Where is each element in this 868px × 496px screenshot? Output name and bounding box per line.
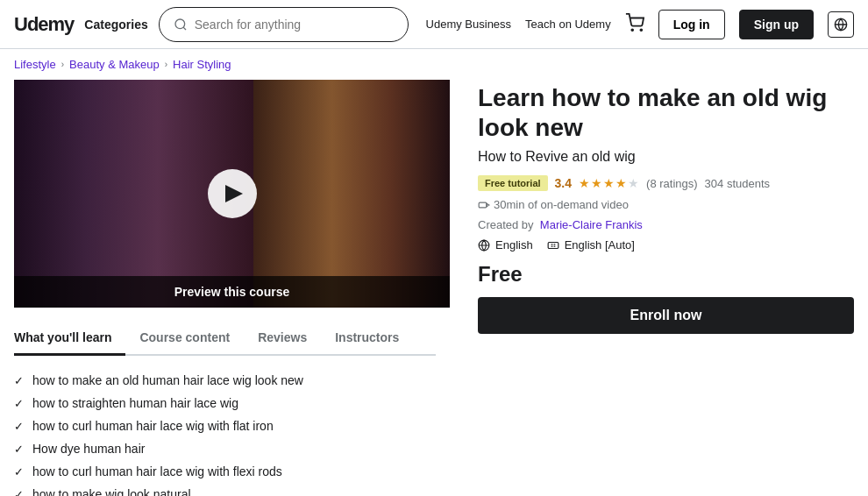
tabs: What you'll learn Course content Reviews… — [14, 322, 436, 356]
students-count: 304 students — [705, 177, 770, 190]
rating-number: 3.4 — [555, 176, 572, 190]
video-icon — [478, 199, 490, 211]
signup-button[interactable]: Sign up — [739, 10, 814, 39]
search-bar — [159, 7, 409, 42]
learn-list: ✓ how to make an old human hair lace wig… — [14, 356, 436, 496]
duration-text: 30min of on-demand video — [494, 198, 629, 211]
learn-item-text-6: how to make wig look natural — [32, 487, 191, 496]
breadcrumb-beauty-makeup[interactable]: Beauty & Makeup — [69, 58, 160, 71]
cc-language-item: English [Auto] — [547, 238, 635, 252]
udemy-logo[interactable]: Udemy — [14, 13, 74, 36]
free-tutorial-badge: Free tutorial — [478, 175, 548, 191]
login-button[interactable]: Log in — [658, 10, 725, 39]
created-by: Created by Marie-Claire Frankis — [478, 218, 854, 231]
language-item: English — [478, 238, 533, 252]
tab-course-content[interactable]: Course content — [125, 322, 244, 356]
course-video[interactable]: Preview this course — [14, 80, 450, 308]
breadcrumb: Lifestyle › Beauty & Makeup › Hair Styli… — [0, 49, 868, 80]
breadcrumb-sep-1: › — [61, 60, 64, 69]
language-text: English — [495, 238, 533, 252]
svg-rect-5 — [479, 202, 487, 208]
list-item: ✓ how to curl human hair lace wig with f… — [14, 419, 436, 433]
svg-point-2 — [631, 29, 633, 31]
language-button[interactable] — [828, 11, 854, 38]
tab-what-youll-learn[interactable]: What you'll learn — [14, 322, 125, 356]
list-item: ✓ how to straighten human hair lace wig — [14, 396, 436, 410]
play-button[interactable] — [208, 169, 257, 218]
breadcrumb-lifestyle[interactable]: Lifestyle — [14, 58, 56, 71]
svg-rect-8 — [548, 242, 559, 248]
check-icon-2: ✓ — [14, 397, 24, 410]
main-content: Preview this course What you'll learn Co… — [0, 80, 868, 496]
check-icon-6: ✓ — [14, 488, 24, 496]
cc-icon — [547, 239, 559, 252]
search-icon — [174, 18, 188, 32]
price: Free — [478, 262, 854, 287]
play-triangle-icon — [225, 185, 243, 202]
video-img-right — [253, 80, 450, 308]
check-icon-5: ✓ — [14, 465, 24, 478]
right-column: Learn how to make an old wig look new Ho… — [478, 80, 854, 496]
check-icon-1: ✓ — [14, 374, 24, 387]
language-row: English English [Auto] — [478, 238, 854, 252]
globe-icon — [834, 18, 848, 32]
course-title: Learn how to make an old wig look new — [478, 83, 854, 142]
learn-item-text-4: How dye human hair — [32, 442, 145, 456]
left-column: Preview this course What you'll learn Co… — [14, 80, 450, 496]
cc-language-text: English [Auto] — [565, 238, 635, 252]
tab-instructors[interactable]: Instructors — [321, 322, 413, 356]
preview-bar[interactable]: Preview this course — [14, 276, 450, 308]
instructor-link[interactable]: Marie-Claire Frankis — [540, 218, 643, 231]
star-half: ★ — [615, 176, 627, 190]
svg-point-3 — [640, 29, 642, 31]
tab-reviews[interactable]: Reviews — [244, 322, 321, 356]
star-3: ★ — [603, 176, 615, 190]
star-1: ★ — [579, 176, 590, 190]
svg-line-1 — [183, 27, 186, 30]
list-item: ✓ how to curl human hair lace wig with f… — [14, 464, 436, 478]
svg-marker-6 — [487, 203, 489, 207]
check-icon-3: ✓ — [14, 420, 24, 433]
course-subtitle: How to Revive an old wig — [478, 149, 854, 165]
search-input[interactable] — [195, 18, 394, 32]
svg-point-0 — [175, 19, 185, 29]
tabs-section: What you'll learn Course content Reviews… — [14, 308, 450, 496]
breadcrumb-sep-2: › — [165, 60, 167, 69]
enroll-button[interactable]: Enroll now — [478, 297, 854, 334]
star-empty: ★ — [628, 176, 639, 190]
star-rating: ★ ★ ★ ★ ★ — [579, 176, 639, 190]
learn-item-text-2: how to straighten human hair lace wig — [32, 396, 238, 410]
cart-icon[interactable] — [625, 13, 644, 35]
navbar: Udemy Categories Udemy Business Teach on… — [0, 0, 868, 49]
learn-item-text-1: how to make an old human hair lace wig l… — [32, 373, 303, 387]
video-duration: 30min of on-demand video — [478, 198, 629, 211]
categories-button[interactable]: Categories — [84, 18, 147, 32]
globe-lang-icon — [478, 239, 490, 252]
logo-text: Udemy — [14, 13, 74, 36]
ratings-count: (8 ratings) — [646, 177, 698, 190]
breadcrumb-hair-styling[interactable]: Hair Styling — [173, 58, 231, 71]
learn-item-text-3: how to curl human hair lace wig with fla… — [32, 419, 274, 433]
nav-right: Udemy Business Teach on Udemy Log in Sig… — [426, 10, 854, 39]
course-meta: Free tutorial 3.4 ★ ★ ★ ★ ★ (8 ratings) … — [478, 175, 854, 211]
list-item: ✓ how to make an old human hair lace wig… — [14, 373, 436, 387]
udemy-business-link[interactable]: Udemy Business — [426, 18, 512, 31]
list-item: ✓ How dye human hair — [14, 442, 436, 456]
list-item: ✓ how to make wig look natural — [14, 487, 436, 496]
star-2: ★ — [591, 176, 602, 190]
created-by-prefix: Created by — [478, 218, 534, 231]
check-icon-4: ✓ — [14, 443, 24, 456]
teach-on-udemy-link[interactable]: Teach on Udemy — [525, 18, 611, 31]
learn-item-text-5: how to curl human hair lace wig with fle… — [32, 464, 282, 478]
